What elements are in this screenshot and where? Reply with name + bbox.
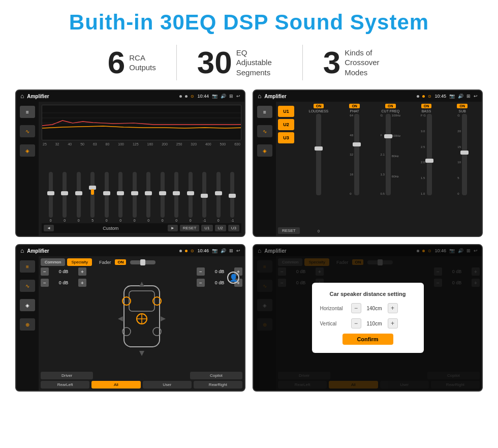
dialog-overlay: Car speaker distance setting Horizontal …	[254, 245, 482, 391]
stat-eq-number: 30	[197, 47, 232, 78]
cross-side-btn-spk[interactable]: ◈	[257, 144, 272, 157]
stat-eq-label: EQ Adjustable Segments	[236, 48, 282, 78]
crossover-main: U1 U2 U3 RESET ON LOUDNESS	[276, 102, 482, 236]
bass-toggle[interactable]: ON	[421, 104, 432, 108]
eq-side-btn-wave[interactable]: ∿	[20, 125, 35, 137]
spk-rearleft-btn[interactable]: RearLeft	[41, 381, 89, 389]
spk-side-expand[interactable]: ⊕	[20, 318, 35, 331]
vertical-minus-btn[interactable]: −	[351, 318, 361, 328]
spk-vol1-plus[interactable]: +	[78, 267, 86, 276]
svg-marker-15	[161, 316, 166, 321]
stat-crossover-label: Kinds of Crossover Modes	[345, 48, 390, 78]
horizontal-plus-btn[interactable]: +	[388, 303, 398, 313]
sub-slider[interactable]	[462, 114, 467, 195]
eq-slider-3: 5	[90, 172, 95, 222]
eq-slider-10: 0	[189, 172, 193, 222]
preset-u2[interactable]: U2	[278, 119, 294, 130]
spk-diagram-spacer	[95, 372, 188, 379]
eq-graph	[42, 105, 241, 140]
status-dot-2	[185, 95, 188, 98]
spk-driver-btn[interactable]: Driver	[41, 372, 93, 379]
spk-main-area: − 0 dB + − 0 dB +	[41, 267, 242, 370]
dialog-title: Car speaker distance setting	[320, 291, 416, 297]
volume-icon-1: 🔊	[221, 94, 226, 99]
horizontal-label: Horizontal	[320, 306, 348, 311]
sub-toggle[interactable]: ON	[457, 104, 468, 108]
loudness-toggle[interactable]: ON	[314, 104, 324, 108]
crossover-reset-btn[interactable]: RESET	[278, 227, 300, 234]
phat-toggle[interactable]: ON	[349, 104, 360, 108]
screen-distance: ⌂ Amplifier ⊙ 10:46 📷 🔊 ⊞ ↩ ≡ ∿ ◈ ⊕	[253, 244, 483, 392]
cross-group-sub: ON SUB G 20 15 10 5 0	[445, 104, 480, 234]
spk-rearright-btn[interactable]: RearRight	[194, 381, 242, 389]
location-icon-1: ⊙	[191, 94, 194, 99]
fader-label: Fader	[99, 260, 111, 265]
cutfreq-slider[interactable]	[386, 114, 391, 195]
spk-side-spk[interactable]: ◈	[20, 299, 35, 311]
eq-slider-2: 0	[77, 172, 81, 222]
svg-rect-4	[129, 291, 154, 311]
eq-slider-6: 0	[133, 172, 137, 222]
car-diagram-svg	[114, 276, 170, 362]
eq-prev-btn[interactable]: ◄	[44, 225, 54, 231]
spk-vol3-minus[interactable]: −	[197, 267, 205, 276]
eq-next-btn[interactable]: ►	[168, 225, 178, 231]
bass-slider[interactable]	[427, 114, 432, 195]
eq-u1-btn[interactable]: U1	[201, 225, 212, 231]
spk-vol2-plus[interactable]: +	[78, 279, 86, 287]
cross-group-phat: ON PHAT 64 48 32 16 0	[337, 104, 372, 234]
stat-rca: 6 RCA Outputs	[87, 47, 176, 78]
vertical-plus-btn[interactable]: +	[388, 318, 398, 328]
fader-thumb	[140, 259, 145, 265]
preset-u1[interactable]: U1	[278, 106, 294, 117]
stat-crossover: 3 Kinds of Crossover Modes	[303, 47, 411, 78]
svg-marker-13	[139, 351, 144, 356]
spk-copilot-btn[interactable]: Copilot	[190, 372, 242, 379]
screen-speaker: ⌂ Amplifier ⊙ 10:46 📷 🔊 ⊞ ↩ ≡ ∿ ◈ ⊕	[15, 244, 245, 392]
spk-user-btn[interactable]: User	[143, 381, 192, 389]
vertical-label: Vertical	[320, 321, 348, 326]
preset-u3[interactable]: U3	[278, 132, 294, 143]
horizontal-minus-btn[interactable]: −	[351, 303, 361, 313]
cross-side-btn-eq[interactable]: ≡	[257, 106, 272, 118]
fader-toggle[interactable]: ON	[115, 259, 126, 265]
spk-left-controls: − 0 dB + − 0 dB +	[41, 267, 86, 370]
spk-all-btn[interactable]: All	[91, 381, 140, 389]
confirm-button[interactable]: Confirm	[343, 334, 393, 345]
spk-side-eq[interactable]: ≡	[20, 260, 35, 273]
spk-vol4-minus[interactable]: −	[197, 279, 205, 287]
cutfreq-toggle[interactable]: ON	[385, 104, 396, 108]
stat-crossover-number: 3	[323, 47, 340, 78]
eq-main: 25 32 40 50 63 80 100 125 160 200 250 32…	[39, 102, 244, 236]
eq-side-btn-speaker[interactable]: ◈	[20, 144, 35, 157]
home-icon-1: ⌂	[20, 93, 24, 100]
location-icon-2: ⊙	[428, 94, 431, 99]
loudness-slider[interactable]	[316, 114, 321, 195]
phat-slider[interactable]	[354, 114, 359, 195]
screen3-time: 10:46	[197, 248, 209, 253]
spk-vol2-minus[interactable]: −	[41, 279, 49, 287]
eq-side-btn-active[interactable]: ≡	[20, 106, 35, 118]
eq-u3-btn[interactable]: U3	[228, 225, 239, 231]
screen-icon-1: ⊞	[229, 94, 233, 99]
person-icon: 👤	[227, 272, 239, 284]
spk-common-btn[interactable]: Common	[41, 258, 65, 266]
dialog-horizontal-row: Horizontal − 140cm +	[320, 303, 416, 313]
spk-bottom-row-2: RearLeft All User RearRight	[41, 381, 242, 389]
screen1-body: ≡ ∿ ◈	[16, 102, 244, 236]
screen-eq: ⌂ Amplifier ⊙ 10:44 📷 🔊 ⊞ ↩ ≡ ∿ ◈	[15, 89, 245, 237]
fader-slider[interactable]	[130, 260, 155, 264]
eq-reset-btn[interactable]: RESET	[180, 225, 200, 231]
spk-bottom-row-1: Driver Copilot	[41, 372, 242, 379]
spk-specialty-btn[interactable]: Specialty	[67, 258, 91, 266]
screen1-time: 10:44	[197, 94, 209, 99]
eq-slider-5: 0	[118, 172, 122, 222]
spk-side-wave[interactable]: ∿	[20, 280, 35, 292]
cross-side-btn-wave[interactable]: ∿	[257, 125, 272, 137]
eq-u2-btn[interactable]: U2	[215, 225, 226, 231]
spk-vol1-minus[interactable]: −	[41, 267, 49, 276]
dialog-vertical-row: Vertical − 110cm +	[320, 318, 416, 328]
home-icon-3: ⌂	[20, 247, 24, 254]
eq-slider-7: 0	[146, 172, 150, 222]
status-dot-1	[179, 95, 182, 98]
